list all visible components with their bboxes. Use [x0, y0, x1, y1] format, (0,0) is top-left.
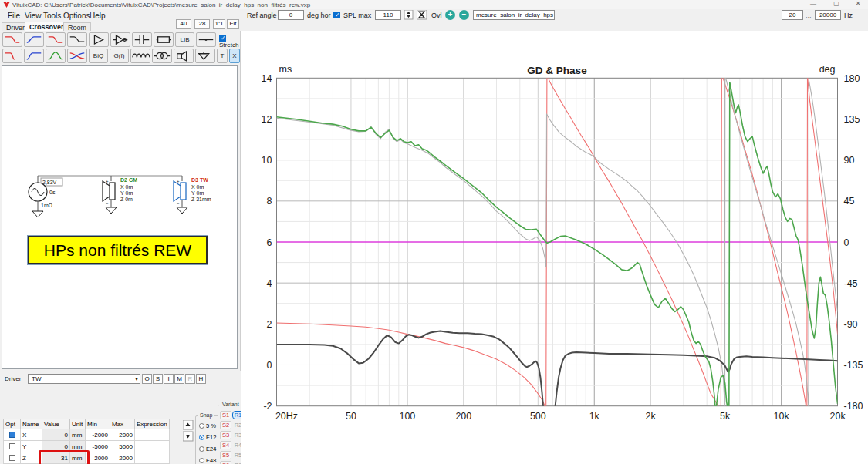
axis-tick-label: 10 — [262, 155, 272, 166]
svg-text:D3 TW: D3 TW — [191, 177, 208, 183]
svg-text:−: − — [106, 201, 109, 206]
svg-text:X 0m: X 0m — [191, 184, 204, 190]
spl-max-checkbox[interactable] — [333, 12, 340, 18]
gain-block-icon[interactable] — [110, 32, 130, 47]
lowpass-icon[interactable] — [2, 32, 22, 47]
minimize-button[interactable]: — — [805, 0, 822, 8]
schematic-note[interactable]: HPs non filtrés REW — [28, 236, 208, 264]
snap-option-e12[interactable]: E12 — [199, 434, 216, 441]
variant-s6[interactable]: S6 — [220, 461, 231, 464]
lib-button-label: LIB — [176, 33, 194, 46]
axis-tick-label: 180 — [844, 73, 860, 84]
speaker-icon[interactable] — [174, 49, 194, 63]
svg-text:Y 0m: Y 0m — [120, 190, 133, 196]
snap-option-e48[interactable]: E48 — [199, 457, 216, 464]
driver-o-button[interactable]: O — [142, 374, 152, 384]
variant-s3[interactable]: S3 — [220, 431, 231, 439]
zoom-fit-button[interactable]: Fit — [227, 19, 239, 29]
inductor-icon[interactable] — [130, 49, 150, 63]
freq-min-input[interactable]: 20 — [782, 10, 803, 20]
overlay-add-button[interactable]: + — [445, 10, 455, 20]
spl-spinner[interactable] — [404, 10, 414, 20]
wire-icon[interactable] — [196, 32, 216, 47]
table-row-x[interactable]: X 0 mm -2000 2000 — [4, 429, 170, 441]
lowpass-shelf-icon[interactable] — [46, 32, 66, 47]
axis-tick-label: -45 — [844, 278, 858, 289]
ground-icon[interactable] — [195, 49, 215, 63]
menu-file[interactable]: File — [5, 11, 23, 21]
driver-d2-gm[interactable]: + − D2 GM X 0m Y 0m Z 0m — [103, 176, 137, 214]
highpass2-icon[interactable] — [24, 49, 44, 63]
crossover-pair-icon[interactable] — [67, 49, 87, 63]
svg-text:2,83V: 2,83V — [42, 180, 57, 185]
t-button[interactable]: T — [217, 49, 228, 63]
zoom-28-button[interactable]: 28 — [194, 19, 210, 29]
driver-h-button[interactable]: H — [196, 374, 206, 384]
row-up-down-buttons[interactable] — [183, 420, 194, 442]
opt-checkbox[interactable] — [9, 432, 15, 438]
x-button[interactable]: X — [229, 49, 240, 63]
transformer-icon[interactable] — [152, 49, 172, 63]
svg-text:D2 GM: D2 GM — [120, 177, 137, 183]
svg-text:Z 0m: Z 0m — [120, 197, 133, 202]
col-unit: Unit — [70, 419, 86, 429]
spl-max-input[interactable]: 110 — [375, 10, 401, 20]
close-button[interactable]: ✕ — [849, 0, 866, 8]
inductor-icon — [131, 49, 150, 62]
opt-checkbox[interactable] — [9, 455, 15, 461]
schematic-canvas[interactable]: 2,83V 0s 1mΩ + − — [2, 65, 238, 369]
axis-tick-label: 50 — [346, 411, 356, 422]
variant-s1[interactable]: S1 — [220, 411, 231, 419]
driver-r-button[interactable]: R — [185, 374, 195, 384]
freq-max-input[interactable]: 20000 — [815, 10, 841, 20]
wire-icon — [197, 33, 215, 46]
buffer-icon[interactable] — [89, 32, 109, 47]
svg-text:1mΩ: 1mΩ — [41, 203, 52, 208]
stretch-checkbox[interactable]: Stretch — [219, 35, 241, 49]
voltage-source[interactable]: 2,83V 0s 1mΩ — [29, 176, 62, 217]
driver-select[interactable]: TW ▾ — [28, 374, 140, 384]
deg-hor-label: deg hor — [307, 12, 331, 19]
menu-help[interactable]: Help — [86, 11, 109, 21]
overlay-remove-button[interactable]: − — [459, 10, 469, 20]
zoom-1-1-button[interactable]: 1:1 — [213, 19, 225, 29]
zoom-40-button[interactable]: 40 — [176, 19, 191, 29]
opt-checkbox[interactable] — [9, 443, 15, 449]
highshelf-icon — [68, 33, 86, 46]
x-button-label: X — [230, 49, 239, 62]
svg-text:X 0m: X 0m — [120, 184, 133, 190]
ref-angle-input[interactable]: 0 — [278, 10, 304, 20]
bandpass-icon[interactable] — [46, 49, 66, 63]
svg-text:Z 31mm: Z 31mm — [191, 197, 211, 202]
buffer-icon — [90, 33, 108, 46]
resistor-icon[interactable] — [154, 32, 174, 47]
axis-tick-label: 14 — [262, 73, 272, 84]
driver-s-button[interactable]: S — [153, 374, 163, 384]
hourglass-icon[interactable] — [417, 10, 427, 20]
overlay-name-input[interactable]: mesure_salon_ir_delay_hps_non_filtres_re… — [473, 10, 555, 20]
maximize-button[interactable]: ▢ — [828, 0, 845, 8]
highshelf-icon[interactable] — [67, 32, 87, 47]
gain-block-icon — [111, 33, 130, 46]
snap-option-5[interactable]: 5 % — [199, 422, 216, 429]
driver-i-button[interactable]: I — [164, 374, 174, 384]
chart-series — [277, 74, 838, 431]
gf-button[interactable]: G(f) — [110, 49, 129, 63]
capacitor-icon[interactable] — [132, 32, 152, 47]
variant-s4[interactable]: S4 — [220, 441, 231, 449]
variant-s5[interactable]: S5 — [220, 451, 231, 459]
biq-button[interactable]: BiQ — [89, 49, 108, 63]
col-opt: Opt — [4, 419, 21, 429]
snap-option-e24[interactable]: E24 — [199, 446, 216, 452]
highpass-icon[interactable] — [24, 32, 44, 47]
gf-button-label: G(f) — [110, 49, 128, 62]
ground-icon — [106, 207, 117, 214]
driver-table-panel: Driver TW ▾ OSIMRH OptNameValueUnitMinMa… — [0, 371, 241, 464]
variant-s2[interactable]: S2 — [220, 421, 231, 429]
chevron-down-icon: ▾ — [135, 375, 138, 383]
lowpass2-icon[interactable] — [2, 49, 22, 63]
driver-d3-tw[interactable]: + − D3 TW X 0m Y 0m Z 31mm — [174, 176, 211, 214]
lib-button[interactable]: LIB — [175, 32, 194, 47]
svg-text:+: + — [177, 179, 180, 183]
driver-m-button[interactable]: M — [174, 374, 184, 384]
